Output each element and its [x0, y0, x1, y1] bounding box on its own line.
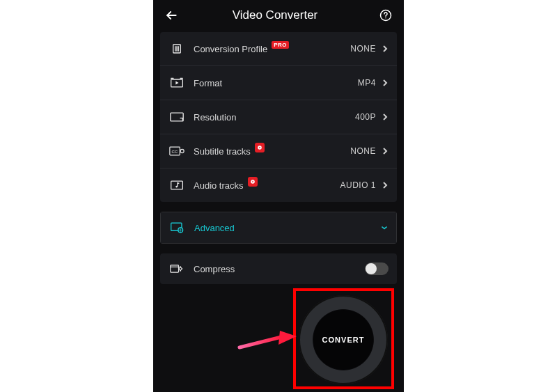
advanced-label: Advanced	[194, 223, 235, 233]
svg-point-21	[180, 229, 181, 230]
resolution-icon	[170, 112, 184, 122]
subtitle-label: Subtitle tracks	[194, 146, 251, 157]
advanced-row[interactable]: Advanced	[160, 212, 397, 244]
format-row[interactable]: Format MP4	[160, 66, 397, 100]
chevron-right-icon	[382, 79, 389, 87]
resolution-label: Resolution	[194, 112, 236, 123]
convert-button[interactable]: CONVERT	[299, 295, 388, 384]
pro-badge: PRO	[272, 41, 289, 49]
format-icon	[170, 77, 184, 88]
annotation-arrow-icon	[237, 328, 299, 356]
toggle-knob	[366, 263, 377, 274]
subtitle-value: NONE	[350, 146, 376, 156]
cc-icon: CC	[169, 146, 185, 156]
svg-point-12	[180, 149, 184, 152]
svg-marker-25	[278, 331, 297, 345]
chevron-right-icon	[382, 113, 389, 121]
svg-rect-9	[171, 113, 183, 121]
convert-area: CONVERT	[298, 295, 389, 385]
compress-toggle[interactable]	[365, 262, 389, 275]
resolution-row[interactable]: Resolution 400P	[160, 100, 397, 134]
notification-badge-icon	[255, 143, 265, 152]
convert-label: CONVERT	[313, 310, 373, 370]
svg-text:CC: CC	[171, 150, 178, 154]
compress-row[interactable]: Compress	[160, 253, 397, 284]
svg-rect-22	[171, 265, 179, 272]
compress-icon	[169, 262, 185, 275]
chevron-down-icon	[381, 224, 388, 231]
conversion-profile-value: NONE	[350, 44, 376, 54]
app-screen: Video Converter Conversion ProfilePRO NO…	[153, 0, 404, 392]
notification-badge-icon	[248, 177, 258, 187]
help-button[interactable]	[376, 6, 395, 25]
sliders-icon	[171, 42, 183, 55]
conversion-profile-row[interactable]: Conversion ProfilePRO NONE	[160, 32, 397, 66]
chevron-right-icon	[382, 181, 389, 189]
top-bar: Video Converter	[153, 0, 404, 31]
compress-card: Compress	[160, 253, 397, 284]
chevron-right-icon	[382, 147, 389, 155]
audio-value: AUDIO 1	[340, 180, 376, 190]
help-icon	[379, 8, 393, 22]
audio-label: Audio tracks	[194, 180, 244, 191]
conversion-profile-label: Conversion Profile	[194, 44, 267, 54]
music-icon	[170, 180, 184, 191]
svg-line-24	[240, 337, 281, 347]
svg-point-16	[175, 186, 178, 188]
page-title: Video Converter	[174, 8, 376, 22]
svg-rect-15	[171, 181, 183, 189]
compress-label: Compress	[194, 264, 235, 274]
resolution-value: 400P	[355, 112, 376, 122]
svg-point-2	[385, 17, 386, 18]
svg-marker-8	[175, 81, 178, 85]
format-value: MP4	[358, 78, 376, 88]
advanced-icon	[170, 221, 185, 234]
format-label: Format	[194, 78, 222, 88]
advanced-card: Advanced	[160, 212, 397, 244]
subtitle-row[interactable]: CC Subtitle tracks NONE	[160, 134, 397, 168]
settings-card: Conversion ProfilePRO NONE Format MP4 Re…	[160, 32, 397, 202]
chevron-right-icon	[382, 45, 389, 53]
audio-row[interactable]: Audio tracks AUDIO 1	[160, 168, 397, 202]
